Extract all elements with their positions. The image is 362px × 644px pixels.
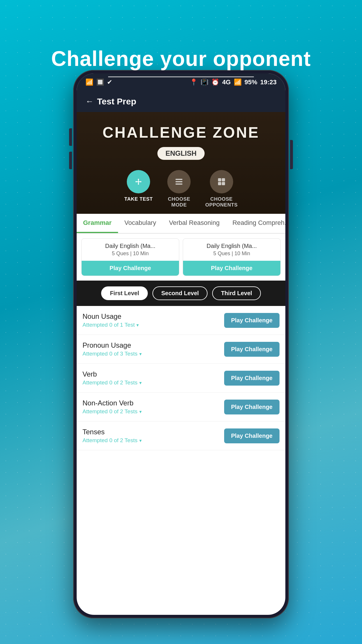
pronoun-usage-title: Pronoun Usage: [82, 341, 142, 349]
noun-usage-title: Noun Usage: [82, 312, 139, 321]
list-item: Noun Usage Attempted 0 of 1 Test ▾ Play …: [77, 306, 285, 335]
pronoun-usage-play-button[interactable]: Play Challenge: [224, 342, 280, 357]
challenge-card-2: Daily English (Ma... 5 Ques | 10 Min Pla…: [183, 238, 281, 276]
mode-item-choose-mode[interactable]: CHOOSEMODE: [167, 170, 191, 208]
phone-screen: 📶 🔲 ✔ 📍 📳 ⏰ 4G 📶 95% 19:23 ← Test Prep: [77, 74, 285, 615]
noun-usage-play-button[interactable]: Play Challenge: [224, 313, 280, 328]
list-item: Pronoun Usage Attempted 0 of 3 Tests ▾ P…: [77, 335, 285, 364]
svg-point-4: [138, 183, 139, 185]
check-icon: ✔: [107, 78, 112, 86]
verb-play-button[interactable]: Play Challenge: [224, 371, 280, 386]
svg-rect-7: [175, 179, 182, 180]
card-1-meta: 5 Ques | 10 Min: [85, 251, 175, 257]
volume-down-button: [69, 152, 72, 169]
svg-rect-12: [218, 182, 221, 185]
signal-label: 4G: [222, 78, 231, 86]
tab-vocabulary[interactable]: Vocabulary: [118, 214, 163, 233]
tenses-dropdown-icon[interactable]: ▾: [139, 438, 142, 443]
card-1-title: Daily English (Ma...: [85, 243, 175, 249]
card-2-meta: 5 Ques | 10 Min: [187, 251, 277, 257]
non-action-dropdown-icon[interactable]: ▾: [139, 409, 142, 414]
verb-sub: Attempted 0 of 2 Tests ▾: [82, 379, 142, 386]
battery-label: 95%: [245, 78, 257, 86]
tenses-play-button[interactable]: Play Challenge: [224, 428, 280, 443]
level-second-button[interactable]: Second Level: [152, 286, 208, 300]
card-1-body: Daily English (Ma... 5 Ques | 10 Min: [82, 239, 179, 261]
list-section: Noun Usage Attempted 0 of 1 Test ▾ Play …: [77, 306, 285, 450]
tenses-sub: Attempted 0 of 2 Tests ▾: [82, 437, 142, 444]
challenge-card-1: Daily English (Ma... 5 Ques | 10 Min Pla…: [81, 238, 179, 276]
back-button[interactable]: ←: [85, 97, 94, 106]
svg-rect-10: [218, 178, 221, 181]
scrollable-content[interactable]: CHALLENGE ZONE ENGLISH: [77, 112, 285, 615]
mode-icons-row: TAKE TEST CHOOSEMODE: [85, 167, 277, 214]
card-1-play-button[interactable]: Play Challenge: [82, 261, 179, 276]
page-title: Challenge your opponent: [0, 23, 362, 71]
volume-up-button: [69, 128, 72, 146]
svg-rect-8: [175, 181, 182, 182]
tab-verbal-reasoning[interactable]: Verbal Reasoning: [163, 214, 226, 233]
nav-title: Test Prep: [97, 97, 136, 106]
cards-row: Daily English (Ma... 5 Ques | 10 Min Pla…: [77, 234, 285, 281]
svg-rect-13: [222, 182, 225, 185]
level-first-button[interactable]: First Level: [101, 286, 148, 300]
non-action-verb-sub: Attempted 0 of 2 Tests ▾: [82, 408, 142, 415]
choose-mode-icon[interactable]: [167, 170, 191, 193]
time-label: 19:23: [260, 78, 277, 86]
mode-item-choose-opponents[interactable]: CHOOSEOPPONENTS: [205, 170, 238, 208]
card-2-title: Daily English (Ma...: [187, 243, 277, 249]
non-action-verb-title: Non-Action Verb: [82, 399, 142, 407]
svg-rect-9: [175, 183, 182, 185]
location-icon: 📍: [190, 78, 198, 86]
non-action-verb-info: Non-Action Verb Attempted 0 of 2 Tests ▾: [82, 399, 142, 415]
tab-grammar[interactable]: Grammar: [77, 214, 118, 233]
choose-opponents-label: CHOOSEOPPONENTS: [205, 196, 238, 208]
noun-usage-info: Noun Usage Attempted 0 of 1 Test ▾: [82, 312, 139, 328]
alarm-icon: ⏰: [211, 78, 219, 86]
non-action-verb-play-button[interactable]: Play Challenge: [224, 400, 280, 414]
take-test-label: TAKE TEST: [124, 196, 153, 202]
status-left: 📶 🔲 ✔: [85, 78, 112, 86]
take-test-icon[interactable]: [127, 170, 150, 193]
wifi-icon: 📶: [85, 78, 93, 86]
status-right: 📍 📳 ⏰ 4G 📶 95% 19:23: [190, 78, 277, 86]
hero-title: CHALLENGE ZONE: [85, 124, 277, 141]
pronoun-dropdown-icon[interactable]: ▾: [139, 351, 142, 357]
choose-opponents-icon[interactable]: [210, 170, 233, 193]
tab-reading-comprehension[interactable]: Reading Compreh...: [226, 214, 285, 233]
tab-row: Grammar Vocabulary Verbal Reasoning Read…: [77, 214, 285, 234]
level-row: First Level Second Level Third Level: [77, 281, 285, 306]
power-button: [290, 140, 293, 169]
list-item: Tenses Attempted 0 of 2 Tests ▾ Play Cha…: [77, 421, 285, 450]
nav-bar: ← Test Prep: [77, 91, 285, 112]
level-third-button[interactable]: Third Level: [212, 286, 261, 300]
mode-item-take-test[interactable]: TAKE TEST: [124, 170, 153, 208]
verb-info: Verb Attempted 0 of 2 Tests ▾: [82, 370, 142, 386]
list-item: Verb Attempted 0 of 2 Tests ▾ Play Chall…: [77, 364, 285, 393]
phone-frame: 📶 🔲 ✔ 📍 📳 ⏰ 4G 📶 95% 19:23 ← Test Prep: [73, 70, 289, 618]
pronoun-usage-sub: Attempted 0 of 3 Tests ▾: [82, 351, 142, 357]
svg-point-5: [136, 181, 137, 182]
card-2-body: Daily English (Ma... 5 Ques | 10 Min: [183, 239, 280, 261]
verb-dropdown-icon[interactable]: ▾: [139, 380, 142, 386]
notification-icon: 🔲: [96, 78, 104, 86]
svg-point-3: [138, 179, 139, 180]
choose-mode-label: CHOOSEMODE: [168, 196, 190, 208]
noun-usage-sub: Attempted 0 of 1 Test ▾: [82, 322, 139, 328]
vibrate-icon: 📳: [201, 78, 208, 86]
noun-dropdown-icon[interactable]: ▾: [136, 322, 139, 328]
card-2-play-button[interactable]: Play Challenge: [183, 261, 280, 276]
title-divider: [108, 76, 254, 77]
hero-section: CHALLENGE ZONE ENGLISH: [77, 112, 285, 214]
pronoun-usage-info: Pronoun Usage Attempted 0 of 3 Tests ▾: [82, 341, 142, 357]
language-badge[interactable]: ENGLISH: [157, 147, 205, 160]
list-item: Non-Action Verb Attempted 0 of 2 Tests ▾…: [77, 393, 285, 421]
tenses-info: Tenses Attempted 0 of 2 Tests ▾: [82, 428, 142, 444]
verb-title: Verb: [82, 370, 142, 378]
tenses-title: Tenses: [82, 428, 142, 436]
svg-rect-11: [222, 178, 225, 181]
svg-point-6: [140, 181, 141, 182]
signal-bars-icon: 📶: [234, 78, 242, 86]
